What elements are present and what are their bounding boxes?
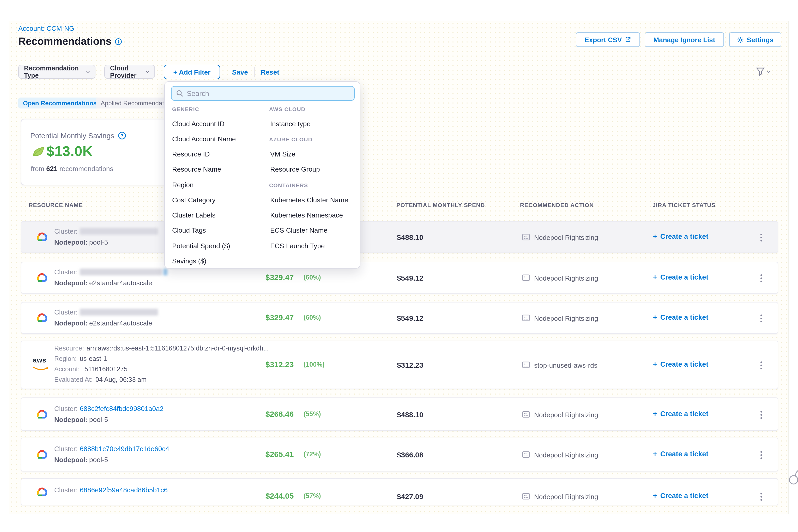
cluster-link[interactable]: 6888b1c70e49db17c1de60c4 bbox=[80, 445, 169, 453]
nodepool-label: Nodepool: bbox=[54, 456, 88, 464]
recommended-action-value: Nodepool Rightsizing bbox=[534, 411, 598, 419]
gear-icon bbox=[737, 36, 744, 43]
row-menu-button[interactable] bbox=[758, 272, 764, 284]
savings-value: $265.41 bbox=[265, 450, 293, 458]
recommended-action-value: stop-unused-aws-rds bbox=[534, 361, 597, 369]
chevron-down-icon bbox=[766, 71, 771, 73]
chevron-down-icon bbox=[146, 70, 149, 73]
gcp-icon bbox=[35, 312, 49, 323]
row-menu-button[interactable] bbox=[758, 491, 764, 503]
filter-option[interactable]: Resource ID bbox=[172, 150, 210, 158]
cluster-link[interactable]: 6886e92f59a48cad86b5b1c6 bbox=[80, 486, 168, 494]
help-icon[interactable]: ? bbox=[118, 131, 126, 140]
dropdown-section-aws-cloud: AWS CLOUD bbox=[269, 106, 305, 112]
create-ticket-button[interactable]: + Create a ticket bbox=[653, 450, 708, 458]
table-row[interactable]: Cluster: Nodepool: pool-5 $488.10 Nodepo… bbox=[21, 221, 778, 253]
savings-percent: (100%) bbox=[304, 361, 325, 368]
row-menu-button[interactable] bbox=[758, 232, 764, 244]
nodepool-label: Nodepool: bbox=[54, 239, 88, 246]
plus-icon: + bbox=[653, 410, 657, 418]
row-menu-button[interactable] bbox=[758, 449, 764, 461]
filter-option[interactable]: Cluster Labels bbox=[172, 211, 215, 219]
filter-pill-recommendation-type[interactable]: Recommendation Type bbox=[18, 65, 95, 79]
cluster-label: Cluster: bbox=[54, 308, 78, 316]
export-csv-label: Export CSV bbox=[584, 36, 622, 43]
resource-label: Resource: bbox=[54, 345, 84, 352]
create-ticket-button[interactable]: + Create a ticket bbox=[653, 410, 708, 418]
filter-panel-toggle[interactable] bbox=[756, 67, 771, 76]
nodepool-label: Nodepool: bbox=[54, 319, 88, 327]
add-filter-button[interactable]: + Add Filter bbox=[164, 65, 220, 79]
table-row[interactable]: Cluster: Nodepool: e2standar4autoscale $… bbox=[21, 302, 778, 334]
help-chat-widget-icon[interactable] bbox=[788, 468, 798, 488]
table-row[interactable]: Cluster: 6888b1c70e49db17c1de60c4 Nodepo… bbox=[21, 438, 778, 472]
nodepool-label: Nodepool: bbox=[54, 279, 88, 287]
svg-text:?: ? bbox=[121, 133, 124, 138]
filter-option[interactable]: Cloud Account Name bbox=[172, 135, 236, 143]
create-ticket-label: Create a ticket bbox=[660, 233, 708, 241]
recommended-action-value: Nodepool Rightsizing bbox=[534, 493, 598, 501]
recommendations-page: Account: CCM-NG Recommendations Export C… bbox=[0, 0, 798, 532]
search-input[interactable] bbox=[187, 90, 349, 97]
create-ticket-button[interactable]: + Create a ticket bbox=[653, 314, 708, 321]
gcp-icon bbox=[35, 272, 49, 283]
filter-option[interactable]: Region bbox=[172, 181, 193, 189]
filter-option[interactable]: VM Size bbox=[270, 150, 296, 158]
create-ticket-button[interactable]: + Create a ticket bbox=[653, 360, 708, 368]
filter-option[interactable]: ECS Launch Type bbox=[270, 242, 325, 250]
savings-value: $329.47 bbox=[265, 273, 293, 282]
create-ticket-button[interactable]: + Create a ticket bbox=[653, 273, 708, 281]
plus-icon: + bbox=[653, 360, 657, 368]
table-row[interactable]: Cluster: 688c2fefc84fbdc99801a0a2 Nodepo… bbox=[21, 397, 778, 431]
manage-ignore-list-button[interactable]: Manage Ignore List bbox=[645, 32, 724, 47]
redacted-cluster-name bbox=[80, 228, 158, 235]
reset-filter-link[interactable]: Reset bbox=[261, 68, 279, 76]
tab-open-recommendations[interactable]: Open Recommendations bbox=[18, 97, 101, 109]
filter-option[interactable]: Instance type bbox=[270, 120, 310, 128]
filter-option[interactable]: Resource Name bbox=[172, 165, 221, 173]
column-header-jira-ticket-status: JIRA TICKET STATUS bbox=[652, 202, 716, 208]
header-divider bbox=[18, 56, 370, 56]
filter-option[interactable]: Kubernetes Cluster Name bbox=[270, 196, 348, 204]
filter-option[interactable]: Cloud Tags bbox=[172, 226, 206, 234]
recommended-action-value: Nodepool Rightsizing bbox=[534, 451, 598, 459]
create-ticket-button[interactable]: + Create a ticket bbox=[653, 492, 708, 500]
gcp-icon bbox=[35, 449, 49, 460]
breadcrumb-account-link[interactable]: Account: CCM-NG bbox=[18, 24, 74, 32]
filter-option[interactable]: Potential Spend ($) bbox=[172, 242, 230, 250]
filter-option[interactable]: Cloud Account ID bbox=[172, 120, 225, 128]
table-row[interactable]: Cluster: Nodepool: e2standar4autoscale $… bbox=[21, 262, 778, 293]
dropdown-search[interactable] bbox=[171, 86, 355, 101]
filter-option[interactable]: Cost Category bbox=[172, 196, 215, 204]
export-csv-button[interactable]: Export CSV bbox=[576, 32, 640, 47]
row-menu-button[interactable] bbox=[758, 359, 764, 372]
redacted-cluster-name bbox=[80, 269, 162, 276]
page-title-text: Recommendations bbox=[18, 36, 112, 48]
filter-pill-cloud-provider[interactable]: Cloud Provider bbox=[104, 65, 155, 79]
recommendation-type-icon bbox=[522, 411, 530, 418]
create-ticket-button[interactable]: + Create a ticket bbox=[653, 233, 708, 241]
cluster-link[interactable]: 688c2fefc84fbdc99801a0a2 bbox=[80, 405, 164, 413]
settings-label: Settings bbox=[747, 36, 774, 43]
savings-card-value: $13.0K bbox=[46, 144, 93, 159]
potential-spend-value: $549.12 bbox=[397, 274, 423, 282]
filter-option[interactable]: ECS Cluster Name bbox=[270, 226, 327, 234]
table-row[interactable]: aws Resource: arn:aws:rds:us-east-1:5116… bbox=[21, 341, 778, 389]
region-value: us-east-1 bbox=[80, 355, 107, 362]
savings-percent: (72%) bbox=[304, 451, 321, 458]
table-row[interactable]: Cluster: 6886e92f59a48cad86b5b1c6 $244.0… bbox=[21, 478, 778, 506]
filter-option[interactable]: Resource Group bbox=[270, 165, 320, 173]
savings-sub-suffix: recommendations bbox=[59, 165, 113, 173]
save-filter-link[interactable]: Save bbox=[232, 68, 248, 76]
filter-option[interactable]: Savings ($) bbox=[172, 257, 207, 265]
savings-card-subtitle: from 621 recommendations bbox=[31, 165, 113, 173]
account-label: Account: bbox=[54, 366, 79, 373]
row-menu-button[interactable] bbox=[758, 312, 764, 324]
filter-option[interactable]: Kubernetes Namespace bbox=[270, 211, 343, 219]
row-menu-button[interactable] bbox=[758, 409, 764, 421]
savings-value: $329.47 bbox=[265, 313, 293, 322]
manage-ignore-list-label: Manage Ignore List bbox=[653, 36, 715, 43]
dropdown-section-generic: GENERIC bbox=[172, 106, 199, 112]
settings-button[interactable]: Settings bbox=[729, 32, 781, 47]
info-icon[interactable] bbox=[115, 38, 122, 45]
